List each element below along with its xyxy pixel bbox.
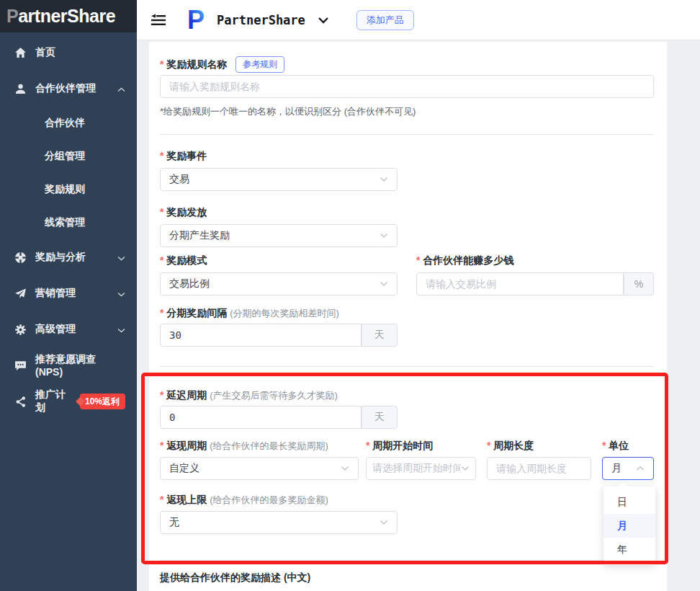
cashback-cap-label-text: 返现上限 <box>166 494 207 505</box>
cashback-cycle-select[interactable]: 自定义 <box>160 457 359 480</box>
user-icon <box>14 83 27 95</box>
installment-interval-input[interactable] <box>160 324 362 347</box>
plane-icon <box>14 288 27 300</box>
sidebar-item-promotion-plan[interactable]: 推广计划 10%返利 <box>0 383 137 419</box>
reward-payout-select[interactable]: 分期产生奖励 <box>160 224 398 247</box>
unit-option-month[interactable]: 月 <box>603 514 655 538</box>
unit-value: 月 <box>611 462 622 475</box>
rule-name-help: *给奖励规则一个唯一的名称，以便识别区分 (合作伙伴不可见) <box>160 105 416 118</box>
sidebar-menu: 首页 合作伙伴管理 合作伙伴 分组管理 奖励规则 线索管理 <box>0 32 137 419</box>
chevron-down-icon <box>380 177 388 182</box>
cycle-length-field <box>487 457 591 480</box>
top-header: P PartnerShare 添加产品 <box>137 0 700 40</box>
cycle-length-input[interactable] <box>487 457 591 480</box>
unit-dropdown: 日 月 年 <box>603 486 655 565</box>
partner-earn-input[interactable] <box>416 272 624 296</box>
brand-logo: PartnerShare <box>6 6 115 27</box>
rule-name-label-row: 奖励规则名称 参考规则 <box>160 56 284 73</box>
sidebar-item-nps[interactable]: 推荐意愿调查 (NPS) <box>0 347 137 383</box>
sidebar-item-partner-management[interactable]: 合作伙伴管理 <box>0 71 137 107</box>
sidebar-item-label: 合作伙伴 <box>45 117 85 130</box>
unit-option-day[interactable]: 日 <box>603 490 655 514</box>
sidebar-subitem-partners[interactable]: 合作伙伴 <box>0 107 137 140</box>
divider <box>160 366 654 367</box>
product-name[interactable]: PartnerShare <box>217 13 305 27</box>
delay-cycle-label-text: 延迟周期 <box>166 389 207 401</box>
sidebar-item-label: 推广计划 <box>35 388 71 414</box>
divider <box>160 560 654 561</box>
unit-select[interactable]: 月 <box>602 457 654 480</box>
unit-option-year[interactable]: 年 <box>603 538 655 561</box>
reward-event-label: 奖励事件 <box>160 150 207 163</box>
percent-addon: % <box>624 272 654 296</box>
reward-event-select[interactable]: 交易 <box>160 168 398 191</box>
cashback-cycle-label: 返现周期 (给合作伙伴的最长奖励周期) <box>160 440 328 453</box>
sidebar-item-label: 合作伙伴管理 <box>35 82 96 95</box>
delay-cycle-label: 延迟周期 (产生交易后需等待多久才奖励) <box>160 389 338 402</box>
delay-cycle-hint: (产生交易后需等待多久才奖励) <box>210 390 338 401</box>
sidebar: PartnerShare 首页 合作伙伴管理 合作伙伴 <box>0 0 137 591</box>
cashback-cap-hint: (给合作伙伴的最多奖励金额) <box>210 494 328 505</box>
days-addon: 天 <box>362 406 398 429</box>
installment-interval-field: 天 <box>160 324 398 347</box>
sidebar-item-home[interactable]: 首页 <box>0 35 137 71</box>
sidebar-subitem-reward-rules[interactable]: 奖励规则 <box>0 173 137 206</box>
reward-rule-form: 奖励规则名称 参考规则 *给奖励规则一个唯一的名称，以便识别区分 (合作伙伴不可… <box>149 42 667 591</box>
add-product-button[interactable]: 添加产品 <box>356 10 414 30</box>
chevron-down-icon <box>380 233 388 239</box>
sidebar-item-label: 营销管理 <box>35 287 76 300</box>
svg-text:P: P <box>187 6 205 35</box>
sidebar-item-advanced[interactable]: 高级管理 <box>0 311 137 347</box>
reference-rules-button[interactable]: 参考规则 <box>235 56 284 73</box>
chevron-up-icon <box>117 83 125 94</box>
sidebar-item-label: 线索管理 <box>45 216 85 229</box>
delay-cycle-input[interactable] <box>160 406 362 429</box>
cashback-cap-select[interactable]: 无 <box>160 511 398 534</box>
partner-earn-label: 合作伙伴能赚多少钱 <box>416 254 513 267</box>
chevron-down-icon <box>117 252 125 263</box>
product-chevron-down-icon[interactable] <box>318 17 329 24</box>
promotion-rebate-badge: 10%返利 <box>80 394 125 409</box>
cashback-cycle-label-text: 返现周期 <box>166 440 207 451</box>
reward-payout-value: 分期产生奖励 <box>169 229 230 242</box>
app-page: PartnerShare 首页 合作伙伴管理 合作伙伴 <box>0 0 700 591</box>
reward-mode-label: 奖励模式 <box>160 254 207 267</box>
chevron-down-icon <box>117 288 125 299</box>
sidebar-item-label: 首页 <box>35 46 55 59</box>
sidebar-subitem-lead-management[interactable]: 线索管理 <box>0 206 137 239</box>
chevron-down-icon <box>341 466 349 471</box>
reward-payout-label: 奖励发放 <box>160 206 207 219</box>
rule-name-field <box>160 75 654 98</box>
chevron-down-icon <box>380 520 388 525</box>
sidebar-item-label: 奖励与分析 <box>35 251 86 264</box>
cashback-cap-value: 无 <box>169 516 179 529</box>
sidebar-item-marketing[interactable]: 营销管理 <box>0 275 137 311</box>
sidebar-item-label: 推荐意愿调查 (NPS) <box>35 353 125 378</box>
sidebar-item-reward-analysis[interactable]: 奖励与分析 <box>0 239 137 275</box>
installment-interval-label-text: 分期奖励间隔 <box>166 307 227 319</box>
menu-fold-icon[interactable] <box>151 14 167 27</box>
sidebar-subitem-group-management[interactable]: 分组管理 <box>0 140 137 173</box>
divider <box>160 134 654 135</box>
cycle-start-select[interactable]: 请选择周期开始时间 <box>366 457 476 480</box>
partner-earn-field: % <box>416 272 654 296</box>
sidebar-item-label: 奖励规则 <box>45 183 85 196</box>
gear-icon <box>14 324 27 336</box>
cashback-cap-label: 返现上限 (给合作伙伴的最多奖励金额) <box>160 494 328 507</box>
sidebar-logo-bar: PartnerShare <box>0 0 137 32</box>
cycle-length-label: 周期长度 <box>487 440 534 453</box>
chevron-up-icon <box>636 466 645 471</box>
days-addon: 天 <box>362 324 398 347</box>
chevron-down-icon <box>117 324 125 335</box>
reward-mode-value: 交易比例 <box>169 277 210 290</box>
chevron-down-icon <box>380 281 388 287</box>
rule-name-input[interactable] <box>160 75 654 98</box>
rule-name-label: 奖励规则名称 <box>160 58 227 71</box>
sidebar-item-label: 高级管理 <box>35 323 76 336</box>
delay-cycle-field: 天 <box>160 406 398 429</box>
sidebar-item-label: 分组管理 <box>45 150 85 163</box>
description-cn-label: 提供给合作伙伴的奖励描述 (中文) <box>160 572 310 585</box>
unit-label: 单位 <box>602 440 629 453</box>
target-icon <box>14 252 27 264</box>
reward-mode-select[interactable]: 交易比例 <box>160 272 398 296</box>
